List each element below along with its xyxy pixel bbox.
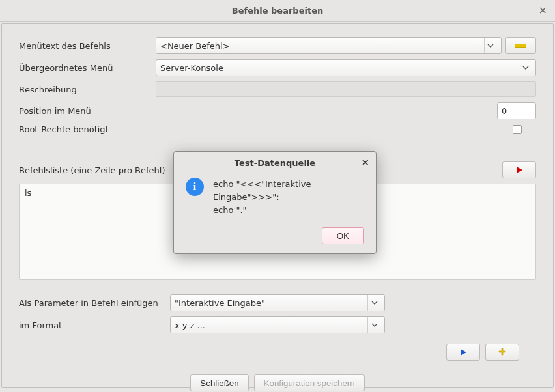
format-select[interactable]: x y z ... <box>170 316 385 333</box>
root-label: Root-Rechte benötigt <box>19 124 156 134</box>
add-param-button[interactable] <box>485 344 519 361</box>
window-titlebar: Befehle bearbeiten × <box>0 0 555 22</box>
info-icon: i <box>186 178 204 196</box>
close-button[interactable]: Schließen <box>190 374 248 391</box>
chevron-down-icon[interactable] <box>367 295 380 311</box>
dialog-message: echo "<<<"Interaktive Eingabe">>>": echo… <box>213 178 364 217</box>
ok-button[interactable]: OK <box>322 227 364 244</box>
dialog-title: Test-Datenquelle <box>235 158 315 168</box>
dialog-close-icon[interactable]: ✕ <box>361 157 369 169</box>
rename-icon <box>515 44 526 48</box>
test-datasource-dialog: Test-Datenquelle ✕ i echo "<<<"Interakti… <box>173 151 377 254</box>
as-param-select[interactable]: "Interaktive Eingabe" <box>170 294 385 311</box>
parent-menu-label: Übergeordnetes Menü <box>19 63 156 73</box>
test-param-button[interactable] <box>446 344 480 361</box>
chevron-down-icon[interactable] <box>519 60 532 76</box>
rename-button[interactable] <box>505 37 536 54</box>
menu-text-label: Menütext des Befehls <box>19 41 156 51</box>
format-label: im Format <box>19 320 170 330</box>
position-label: Position im Menü <box>19 106 156 116</box>
run-command-button[interactable] <box>502 161 536 178</box>
description-input[interactable] <box>156 81 536 97</box>
parent-menu-combo[interactable]: Server-Konsole <box>156 59 536 76</box>
root-checkbox[interactable] <box>513 125 522 134</box>
save-config-button: Konfiguration speichern <box>254 374 365 391</box>
as-param-label: Als Parameter in Befehl einfügen <box>19 298 170 308</box>
position-input[interactable]: 0 <box>497 102 536 119</box>
close-icon[interactable]: × <box>539 5 547 16</box>
menu-text-combo[interactable]: <Neuer Befehl> <box>156 37 502 54</box>
description-label: Beschreibung <box>19 85 156 94</box>
chevron-down-icon[interactable] <box>367 317 380 333</box>
chevron-down-icon[interactable] <box>484 38 497 53</box>
window-title: Befehle bearbeiten <box>232 6 323 16</box>
